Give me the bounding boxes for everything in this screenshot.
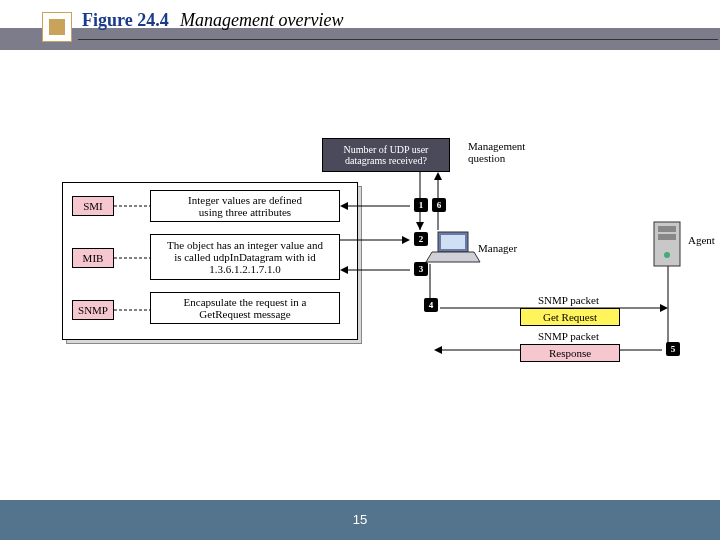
- svg-marker-8: [340, 202, 348, 210]
- response-box: Response: [520, 344, 620, 362]
- diagram-lines: [0, 50, 720, 480]
- svg-marker-10: [402, 236, 410, 244]
- svg-point-26: [664, 252, 670, 258]
- step-6: 6: [432, 198, 446, 212]
- figure-number: Figure 24.4: [82, 10, 169, 31]
- diagram-canvas: SMI Integer values are defined using thr…: [0, 50, 720, 480]
- svg-rect-25: [658, 234, 676, 240]
- svg-rect-21: [441, 235, 465, 249]
- response-packet-label: SNMP packet: [538, 330, 599, 342]
- figure-title: Management overview: [180, 10, 343, 31]
- step-5: 5: [666, 342, 680, 356]
- step-2: 2: [414, 232, 428, 246]
- svg-marker-22: [426, 252, 480, 262]
- svg-marker-14: [660, 304, 668, 312]
- footer-bar: 15: [0, 500, 720, 540]
- agent-label: Agent: [688, 234, 715, 246]
- svg-rect-24: [658, 226, 676, 232]
- svg-marker-16: [434, 346, 442, 354]
- get-request-box: Get Request: [520, 308, 620, 326]
- manager-label: Manager: [478, 242, 517, 254]
- svg-marker-4: [416, 222, 424, 230]
- header-rule: [78, 39, 718, 40]
- request-packet-label: SNMP packet: [538, 294, 599, 306]
- page-number: 15: [353, 512, 367, 527]
- svg-marker-6: [434, 172, 442, 180]
- step-3: 3: [414, 262, 428, 276]
- step-1: 1: [414, 198, 428, 212]
- bullet-icon: [42, 12, 72, 42]
- step-4: 4: [424, 298, 438, 312]
- svg-marker-12: [340, 266, 348, 274]
